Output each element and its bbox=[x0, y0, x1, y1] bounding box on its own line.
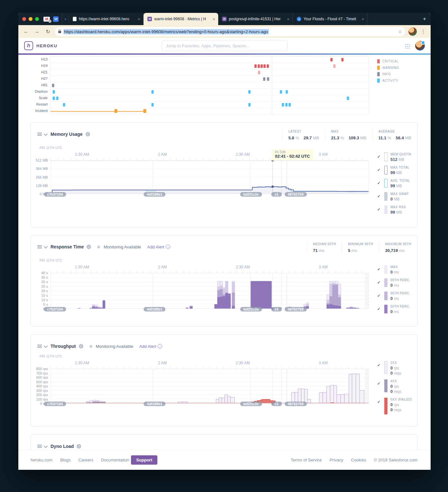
response-chart[interactable] bbox=[51, 273, 369, 309]
event-marker[interactable] bbox=[248, 103, 250, 107]
footer-link[interactable]: Cookies bbox=[351, 458, 366, 462]
footer-link[interactable]: Documentation bbox=[101, 458, 129, 462]
footer-link[interactable]: Privacy bbox=[330, 458, 343, 462]
footer-link[interactable]: Blogs bbox=[60, 458, 71, 462]
event-marker[interactable] bbox=[282, 103, 284, 107]
url-bar[interactable]: https://dashboard.heroku.com/apps/warm-i… bbox=[55, 27, 405, 36]
browser-profile-avatar[interactable] bbox=[408, 27, 417, 36]
event-marker[interactable] bbox=[261, 64, 263, 68]
event-marker[interactable] bbox=[331, 58, 333, 61]
event-marker[interactable] bbox=[347, 97, 349, 100]
add-alert-link[interactable]: Add Alert→ bbox=[147, 245, 170, 249]
legend-item[interactable]: ✓95TH PERC.0 ms bbox=[377, 292, 417, 301]
event-marker[interactable] bbox=[52, 90, 55, 94]
events-grid[interactable] bbox=[50, 56, 369, 115]
tab-close-icon[interactable]: × bbox=[137, 17, 141, 22]
maximize-window-button[interactable] bbox=[35, 17, 39, 21]
legend-item[interactable]: ✓4XX0 rps0 reqs bbox=[377, 379, 417, 394]
footer-link[interactable]: Careers bbox=[78, 458, 93, 462]
support-button[interactable]: Support bbox=[131, 455, 157, 465]
chart-title: Response Time bbox=[51, 244, 84, 249]
heroku-brand[interactable]: HEROKU bbox=[36, 43, 57, 48]
legend-item[interactable]: ✓MAX SWAP0 MB bbox=[377, 192, 417, 202]
add-alert-link[interactable]: Add Alert→ bbox=[139, 344, 163, 349]
drag-handle-icon[interactable] bbox=[37, 133, 42, 136]
tab-close-icon[interactable]: × bbox=[286, 17, 290, 22]
chevron-down-icon[interactable] bbox=[44, 344, 48, 348]
drag-handle-icon[interactable] bbox=[37, 445, 42, 448]
new-tab-button[interactable]: + bbox=[418, 13, 431, 25]
event-marker[interactable] bbox=[264, 64, 266, 68]
reload-button[interactable]: ↻ bbox=[44, 29, 52, 35]
event-marker[interactable] bbox=[52, 84, 54, 87]
legend-item[interactable]: ✓MAX RSS99 MB bbox=[377, 205, 417, 215]
event-marker[interactable] bbox=[114, 109, 117, 113]
url-text[interactable]: https://dashboard.heroku.com/apps/warm-i… bbox=[63, 29, 269, 34]
event-marker[interactable] bbox=[257, 64, 260, 68]
browser-tab[interactable]: Hwarm-inlet-99608 · Metrics | H× bbox=[144, 13, 218, 25]
event-marker[interactable] bbox=[286, 90, 288, 94]
footer-link[interactable]: © 2019 Salesforce.com bbox=[374, 458, 417, 462]
event-marker[interactable] bbox=[255, 64, 257, 68]
bookmark-star-icon[interactable]: ☆ bbox=[398, 29, 402, 34]
event-marker[interactable] bbox=[152, 103, 154, 107]
browser-tab[interactable]: https://warm-inlet-99608.hero× bbox=[69, 13, 144, 25]
event-marker[interactable] bbox=[263, 77, 265, 81]
search-input[interactable] bbox=[162, 41, 287, 51]
browser-tab[interactable]: Hpostgresql-infinite-41531 | Her× bbox=[218, 13, 293, 25]
memory-chart[interactable] bbox=[51, 160, 369, 194]
browser-menu-icon[interactable]: ⋮ bbox=[420, 29, 427, 34]
back-button[interactable]: ← bbox=[22, 29, 30, 34]
chevron-down-icon[interactable] bbox=[44, 244, 48, 248]
event-marker[interactable] bbox=[56, 97, 58, 100]
footer-link[interactable]: Terms of Service bbox=[291, 458, 322, 462]
drag-handle-icon[interactable] bbox=[37, 245, 42, 248]
chevron-down-icon[interactable] bbox=[44, 444, 48, 448]
minimize-window-button[interactable] bbox=[29, 17, 33, 21]
legend-unit: reqs bbox=[393, 389, 401, 394]
legend-item[interactable]: ✓99TH PERC.0 ms bbox=[377, 278, 417, 288]
info-icon[interactable]: i bbox=[87, 245, 91, 249]
event-marker[interactable] bbox=[288, 103, 291, 107]
drag-handle-icon[interactable] bbox=[37, 345, 42, 348]
forward-button[interactable]: → bbox=[33, 29, 41, 34]
event-marker[interactable] bbox=[285, 103, 287, 107]
info-icon[interactable]: i bbox=[79, 344, 83, 348]
legend-item[interactable]: ✓50TH PERC.0 ms bbox=[377, 305, 417, 314]
event-marker[interactable] bbox=[52, 97, 55, 100]
account-avatar[interactable] bbox=[415, 41, 425, 51]
event-marker[interactable] bbox=[266, 64, 269, 68]
event-marker[interactable] bbox=[258, 71, 260, 74]
info-icon[interactable]: i bbox=[77, 444, 81, 449]
event-marker[interactable] bbox=[333, 64, 336, 68]
throughput-chart[interactable] bbox=[51, 369, 369, 404]
y-axis-tick-label: 200 rps bbox=[36, 393, 48, 397]
event-marker[interactable] bbox=[248, 90, 250, 94]
event-marker[interactable] bbox=[144, 109, 146, 113]
chevron-down-icon[interactable] bbox=[44, 132, 48, 136]
tab-close-icon[interactable]: × bbox=[361, 17, 365, 22]
tab-close-icon[interactable]: × bbox=[212, 17, 216, 22]
event-marker[interactable] bbox=[341, 58, 343, 61]
app-grid-icon[interactable] bbox=[405, 43, 410, 49]
legend-item[interactable]: ✓MAX0 ms bbox=[377, 265, 417, 275]
info-icon[interactable]: i bbox=[86, 132, 90, 136]
close-window-button[interactable] bbox=[22, 17, 26, 21]
legend-item[interactable]: ✓MAX TOTAL99 MB bbox=[377, 166, 417, 175]
legend-item[interactable]: ✓AVG. TOTAL99 MB bbox=[377, 179, 417, 189]
legend-item[interactable]: ✓5XX (FAILED)0 rps0 reqs bbox=[377, 398, 417, 414]
legend-item[interactable]: ✓2XX0 rps0 reqs bbox=[377, 361, 417, 376]
footer-link[interactable]: heroku.com bbox=[31, 458, 52, 462]
event-marker[interactable] bbox=[267, 77, 269, 81]
gmail-icon[interactable]: M2 bbox=[43, 17, 50, 22]
event-marker[interactable] bbox=[152, 90, 154, 94]
forward-arrow-icon[interactable]: › bbox=[63, 16, 69, 22]
heroku-logo-icon[interactable]: h bbox=[24, 41, 33, 50]
legend-item[interactable]: ✓MEM QUOTA512 MB bbox=[377, 153, 417, 162]
event-marker[interactable] bbox=[280, 90, 282, 94]
calendar-icon[interactable]: 10 bbox=[53, 16, 59, 22]
y-axis-tick-label: 25 s bbox=[41, 284, 48, 288]
event-marker[interactable] bbox=[63, 103, 65, 107]
lock-icon[interactable] bbox=[58, 31, 61, 33]
browser-tab[interactable]: ◎Your Floods - Flood #7 - Timeli× bbox=[293, 13, 368, 25]
